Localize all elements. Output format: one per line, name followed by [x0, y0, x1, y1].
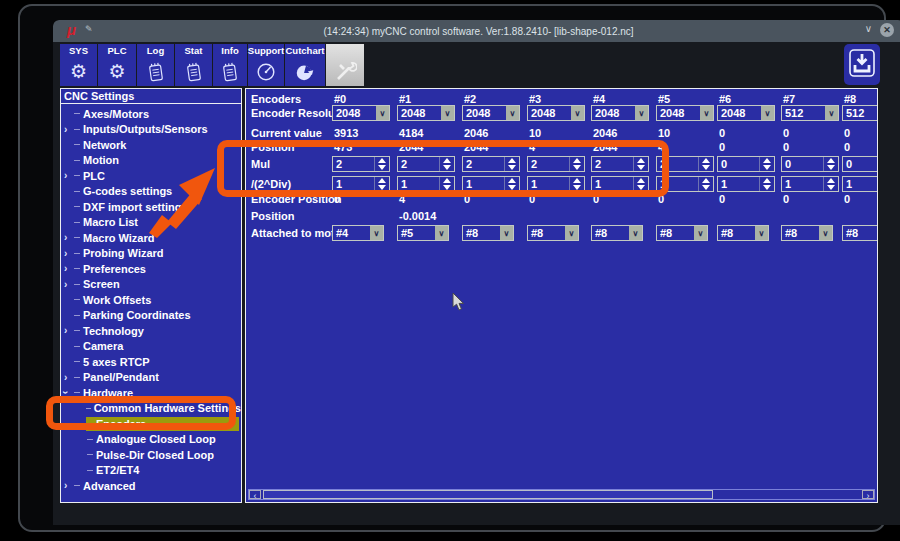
- chevron-down-icon[interactable]: ∨: [441, 106, 454, 120]
- encoder-resolution-dropdown-1[interactable]: 2048∨: [397, 105, 455, 121]
- sidebar-item-probing-wizard[interactable]: Probing Wizard: [61, 246, 241, 262]
- gear-icon: ⚙: [70, 57, 87, 86]
- tab-sys[interactable]: SYS⚙: [60, 44, 97, 86]
- spinner-arrows-icon[interactable]: [698, 177, 713, 191]
- expand-arrow-icon[interactable]: [61, 372, 74, 383]
- sidebar-item-5-axes-rtcp[interactable]: 5 axes RTCP: [61, 354, 241, 370]
- attached-to-motor-dropdown-3[interactable]: #8∨: [527, 225, 579, 241]
- chevron-down-icon[interactable]: ∨: [565, 226, 578, 240]
- attached-to-motor-dropdown-1[interactable]: #5∨: [397, 225, 449, 241]
- attached-to-motor-dropdown-7[interactable]: #8∨: [781, 225, 833, 241]
- encoder-resolution-dropdown-4[interactable]: 2048∨: [591, 105, 649, 121]
- expand-arrow-icon[interactable]: [61, 279, 74, 290]
- expand-arrow-icon[interactable]: [61, 232, 74, 243]
- chevron-down-icon[interactable]: ∨: [755, 226, 768, 240]
- horizontal-scrollbar[interactable]: ‹ ›: [248, 489, 875, 500]
- tab-log[interactable]: Log: [137, 44, 174, 86]
- tab-info[interactable]: Info: [213, 44, 247, 86]
- spinner-arrows-icon[interactable]: [823, 157, 838, 171]
- sidebar-item-label: Advanced: [83, 480, 136, 492]
- tab-config[interactable]: [326, 44, 364, 86]
- sidebar-item-axes-motors[interactable]: Axes/Motors: [61, 106, 241, 122]
- attached-to-motor-dropdown-5[interactable]: #8∨: [656, 225, 708, 241]
- chevron-down-icon[interactable]: ∨: [700, 106, 713, 120]
- sidebar-item-network[interactable]: Network: [61, 137, 241, 153]
- encoder-resolution-dropdown-8[interactable]: 512∨: [842, 105, 878, 121]
- attached-to-motor-dropdown-2[interactable]: #8∨: [462, 225, 514, 241]
- chevron-down-icon[interactable]: ∨: [825, 106, 838, 120]
- position-raw-value: 0: [783, 141, 789, 153]
- wrench-icon: [333, 57, 357, 86]
- sidebar-item-parking-coordinates[interactable]: Parking Coordinates: [61, 308, 241, 324]
- tab-cutchart[interactable]: Cutchart: [285, 44, 325, 86]
- div-spinbox-6[interactable]: 1: [717, 176, 775, 192]
- chevron-down-icon[interactable]: ∨: [761, 106, 774, 120]
- sidebar-item-label: 5 axes RTCP: [83, 356, 150, 368]
- encoder-resolution-dropdown-5[interactable]: 2048∨: [656, 105, 714, 121]
- sidebar-item-label: Network: [83, 139, 126, 151]
- mul-spinbox-8[interactable]: 0: [842, 156, 878, 172]
- spinner-arrows-icon[interactable]: [759, 177, 774, 191]
- sidebar-item-technology[interactable]: Technology: [61, 323, 241, 339]
- save-settings-button[interactable]: [844, 44, 880, 85]
- chevron-down-icon[interactable]: ∨: [694, 226, 707, 240]
- encoder-resolution-dropdown-0[interactable]: 2048∨: [332, 105, 390, 121]
- annotation-rect-mul-div: [217, 140, 669, 197]
- expand-arrow-icon[interactable]: [61, 248, 74, 259]
- sidebar-item-label: Preferences: [83, 263, 146, 275]
- scroll-left-arrow[interactable]: ‹: [249, 490, 261, 499]
- div-spinbox-7[interactable]: 1: [781, 176, 839, 192]
- tab-support[interactable]: Support: [248, 44, 284, 86]
- spinner-arrows-icon[interactable]: [823, 177, 838, 191]
- sidebar-item-screen[interactable]: Screen: [61, 277, 241, 293]
- mul-spinbox-7[interactable]: 0: [781, 156, 839, 172]
- expand-arrow-icon[interactable]: [61, 325, 74, 336]
- sidebar-item-inputs-outputs-sensors[interactable]: Inputs/Outputs/Sensors: [61, 122, 241, 138]
- chevron-down-icon[interactable]: ∨: [635, 106, 648, 120]
- sidebar-item-pulse-dir-closed-loop[interactable]: Pulse-Dir Closed Loop: [61, 447, 241, 463]
- spinner-arrows-icon[interactable]: [759, 157, 774, 171]
- sidebar-item-preferences[interactable]: Preferences: [61, 261, 241, 277]
- tab-plc[interactable]: PLC⚙: [98, 44, 136, 86]
- tree-line: [74, 237, 80, 238]
- field-value: 1: [718, 177, 759, 191]
- chevron-down-icon[interactable]: ∨: [571, 106, 584, 120]
- sidebar-item-label: PLC: [83, 170, 105, 182]
- save-icon: [848, 48, 876, 82]
- encoder-resolution-dropdown-2[interactable]: 2048∨: [462, 105, 520, 121]
- encoder-resolution-dropdown-6[interactable]: 2048∨: [717, 105, 775, 121]
- expand-arrow-icon[interactable]: [61, 124, 74, 135]
- sidebar-item-advanced[interactable]: Advanced: [61, 478, 241, 494]
- scroll-right-arrow[interactable]: ›: [862, 490, 874, 499]
- chevron-down-icon[interactable]: ∨: [370, 226, 383, 240]
- chevron-down-icon[interactable]: ∨: [506, 106, 519, 120]
- field-value: 1: [843, 177, 878, 191]
- encoder-resolution-dropdown-3[interactable]: 2048∨: [527, 105, 585, 121]
- chevron-down-icon[interactable]: ∨: [376, 106, 389, 120]
- sidebar-item-panel-pendant[interactable]: Panel/Pendant: [61, 370, 241, 386]
- chevron-down-icon[interactable]: ∨: [865, 23, 872, 34]
- attached-to-motor-dropdown-6[interactable]: #8∨: [717, 225, 769, 241]
- tab-stat[interactable]: Stat: [175, 44, 212, 86]
- attached-to-motor-dropdown-4[interactable]: #8∨: [591, 225, 643, 241]
- div-spinbox-8[interactable]: 1: [842, 176, 878, 192]
- sidebar-item-work-offsets[interactable]: Work Offsets: [61, 292, 241, 308]
- sidebar-item-camera[interactable]: Camera: [61, 339, 241, 355]
- attached-to-motor-dropdown-0[interactable]: #4∨: [332, 225, 384, 241]
- spinner-arrows-icon[interactable]: [698, 157, 713, 171]
- gear-icon: ⚙: [108, 57, 125, 86]
- expand-arrow-icon[interactable]: [61, 480, 74, 491]
- expand-arrow-icon[interactable]: [61, 170, 74, 181]
- chevron-down-icon[interactable]: ∨: [819, 226, 832, 240]
- chevron-down-icon[interactable]: ∨: [500, 226, 513, 240]
- attached-to-motor-dropdown-8[interactable]: #8∨: [842, 225, 878, 241]
- expand-arrow-icon[interactable]: [61, 263, 74, 274]
- mul-spinbox-6[interactable]: 0: [717, 156, 775, 172]
- sidebar-item-analogue-closed-loop[interactable]: Analogue Closed Loop: [61, 432, 241, 448]
- sidebar-item-et2-et4[interactable]: ET2/ET4: [61, 463, 241, 479]
- chevron-down-icon[interactable]: ∨: [435, 226, 448, 240]
- close-icon[interactable]: ✕: [880, 23, 894, 37]
- scrollbar-thumb[interactable]: [263, 490, 713, 499]
- encoder-resolution-dropdown-7[interactable]: 512∨: [781, 105, 839, 121]
- chevron-down-icon[interactable]: ∨: [629, 226, 642, 240]
